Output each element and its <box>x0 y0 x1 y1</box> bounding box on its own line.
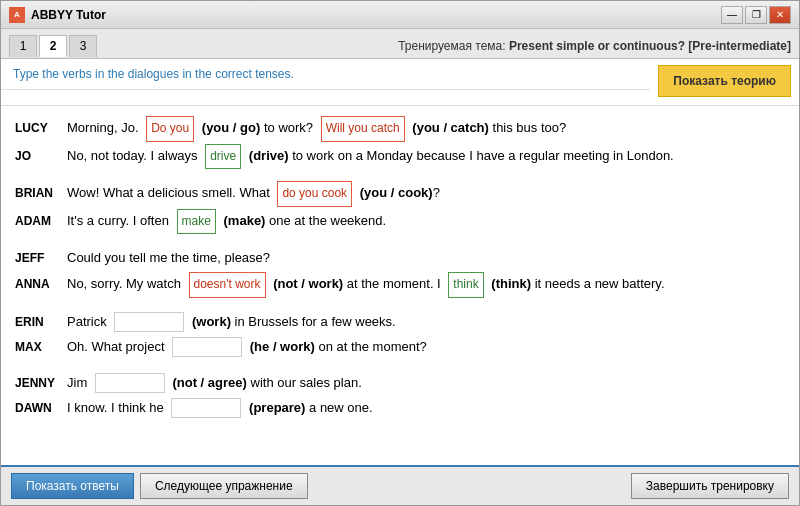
input-max-work[interactable] <box>172 337 242 357</box>
speaker-lucy: LUCY <box>15 118 63 140</box>
speaker-jeff: JEFF <box>15 248 63 270</box>
list-item: JEFF Could you tell me the time, please? <box>15 246 785 270</box>
restore-button[interactable]: ❐ <box>745 6 767 24</box>
list-item: ERIN Patrick (work) in Brussels for a fe… <box>15 310 785 334</box>
answer-do-you: Do you <box>146 116 194 142</box>
topic-label: Тренируемая тема: Present simple or cont… <box>398 39 791 53</box>
tabs: 1 2 3 <box>9 35 97 57</box>
list-item: BRIAN Wow! What a delicious smell. What … <box>15 181 785 207</box>
speaker-jo: JO <box>15 146 63 168</box>
tabs-bar: 1 2 3 Тренируемая тема: Present simple o… <box>1 29 799 59</box>
answer-will-you-catch: Will you catch <box>321 116 405 142</box>
answer-drive: drive <box>205 144 241 170</box>
titlebar-left: A ABBYY Tutor <box>9 7 106 23</box>
footer: Показать ответы Следующее упражнение Зав… <box>1 465 799 505</box>
app-logo: A <box>9 7 25 23</box>
list-item: DAWN I know. I think he (prepare) a new … <box>15 396 785 420</box>
speaker-brian: BRIAN <box>15 183 63 205</box>
list-item: ADAM It's a curry. I often make (make) o… <box>15 209 785 235</box>
app-title: ABBYY Tutor <box>31 8 106 22</box>
finish-button[interactable]: Завершить тренировку <box>631 473 789 499</box>
answer-do-you-cook: do you cook <box>277 181 352 207</box>
input-erin-work[interactable] <box>114 312 184 332</box>
speaker-adam: ADAM <box>15 211 63 233</box>
answer-make: make <box>177 209 216 235</box>
speaker-jenny: JENNY <box>15 373 63 395</box>
minimize-button[interactable]: — <box>721 6 743 24</box>
instructions: Type the verbs in the dialogues in the c… <box>1 59 650 90</box>
input-jenny-agree[interactable] <box>95 373 165 393</box>
list-item: JENNY Jim (not / agree) with our sales p… <box>15 371 785 395</box>
main-window: A ABBYY Tutor — ❐ ✕ 1 2 3 Тренируемая те… <box>0 0 800 506</box>
exercise-content: LUCY Morning, Jo. Do you (you / go) to w… <box>1 106 799 465</box>
list-item: MAX Oh. What project (he / work) on at t… <box>15 335 785 359</box>
speaker-max: MAX <box>15 337 63 359</box>
list-item: ANNA No, sorry. My watch doesn't work (n… <box>15 272 785 298</box>
input-dawn-prepare[interactable] <box>171 398 241 418</box>
answer-think: think <box>448 272 483 298</box>
next-exercise-button[interactable]: Следующее упражнение <box>140 473 308 499</box>
speaker-dawn: DAWN <box>15 398 63 420</box>
titlebar: A ABBYY Tutor — ❐ ✕ <box>1 1 799 29</box>
tab-3[interactable]: 3 <box>69 35 97 57</box>
footer-left: Показать ответы Следующее упражнение <box>11 473 308 499</box>
speaker-erin: ERIN <box>15 312 63 334</box>
speaker-anna: ANNA <box>15 274 63 296</box>
tab-1[interactable]: 1 <box>9 35 37 57</box>
list-item: LUCY Morning, Jo. Do you (you / go) to w… <box>15 116 785 142</box>
close-button[interactable]: ✕ <box>769 6 791 24</box>
tab-2[interactable]: 2 <box>39 35 67 57</box>
list-item: JO No, not today. I always drive (drive)… <box>15 144 785 170</box>
answer-doesnt-work: doesn't work <box>189 272 266 298</box>
show-answers-button[interactable]: Показать ответы <box>11 473 134 499</box>
show-theory-button[interactable]: Показать теорию <box>658 65 791 97</box>
titlebar-controls: — ❐ ✕ <box>721 6 791 24</box>
